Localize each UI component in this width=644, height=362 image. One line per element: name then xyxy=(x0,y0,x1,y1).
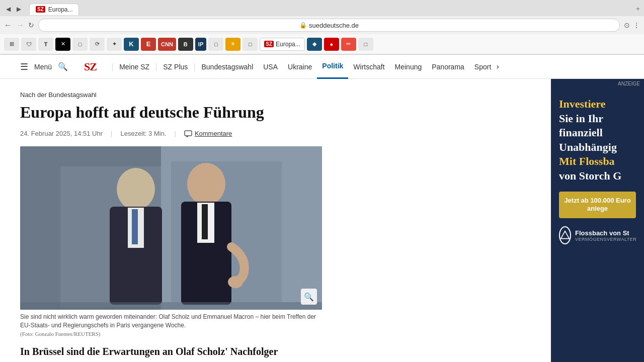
nav-link-meine-sz[interactable]: Meine SZ xyxy=(114,55,154,79)
meta-sep-1: | xyxy=(111,130,112,137)
ad-logo-svg xyxy=(560,230,570,240)
bookmark-apps[interactable]: ⊞ xyxy=(4,38,19,51)
bookmark-star[interactable]: ✦ xyxy=(107,38,122,51)
sz-logo[interactable]: SZ xyxy=(84,60,97,73)
comments-link[interactable]: Kommentare xyxy=(184,130,232,137)
sidebar-advertisement: ANZEIGE Investiere Sie in Ihr finanziell… xyxy=(551,79,644,362)
ad-line5: Mit Flossba xyxy=(559,154,636,169)
meta-sep-2: | xyxy=(175,130,176,137)
zoom-button[interactable]: 🔍 xyxy=(301,289,317,305)
security-icon: 🔒 xyxy=(299,22,307,29)
bookmark-b[interactable]: B xyxy=(178,38,193,51)
ad-company-name: Flossbach von St xyxy=(575,229,636,237)
bookmark-k[interactable]: K xyxy=(124,38,139,51)
image-caption: Sie sind nicht wirklich warm geworden mi… xyxy=(20,313,322,330)
refresh-button[interactable]: ↻ xyxy=(28,21,34,30)
nav-link-wirtschaft[interactable]: Wirtschaft xyxy=(348,55,389,79)
svg-rect-13 xyxy=(202,204,208,239)
ad-line3: finanziell xyxy=(559,126,636,140)
article-image: 🔍 xyxy=(20,146,322,310)
profile-icon[interactable]: ⊙ xyxy=(624,21,630,30)
article-kicker: Nach der Bundestagswahl xyxy=(20,91,531,99)
bookmark-refresh[interactable]: ⟳ xyxy=(90,38,105,51)
nav-link-ukraine[interactable]: Ukraine xyxy=(283,55,317,79)
article-date: 24. Februar 2025, 14:51 Uhr xyxy=(20,130,103,137)
tab-bar: ◀ ▶ SZ Europa... + xyxy=(0,0,644,16)
browser-nav-bar: ← → ↻ 🔒 sueddeutsche.de ⊙ ⋮ xyxy=(0,16,644,34)
bookmark-x[interactable]: ✕ xyxy=(55,38,70,51)
nav-link-sport[interactable]: Sport xyxy=(469,55,496,79)
nav-link-panorama[interactable]: Panorama xyxy=(427,55,469,79)
extensions-area: ⊙ ⋮ xyxy=(624,21,640,30)
article-meta: 24. Februar 2025, 14:51 Uhr | Lesezeit: … xyxy=(20,130,531,137)
ad-logo-icon xyxy=(559,226,571,244)
back-button[interactable]: ← xyxy=(4,21,12,30)
settings-icon[interactable]: ⋮ xyxy=(633,21,640,30)
bookmark-diamond[interactable]: ◆ xyxy=(307,38,322,51)
article-image-svg xyxy=(20,146,322,310)
menu-label[interactable]: Menü xyxy=(34,63,52,71)
bookmark-pen[interactable]: ✏ xyxy=(341,38,356,51)
nav-link-meinung[interactable]: Meinung xyxy=(390,55,427,79)
comments-label: Kommentare xyxy=(195,130,232,137)
image-credit: (Foto: Gonzalo Fuentes/REUTERS) xyxy=(20,331,531,337)
comment-icon xyxy=(184,130,192,137)
site-nav-left: ☰ Menü 🔍 SZ xyxy=(20,60,105,73)
search-icon[interactable]: 🔍 xyxy=(58,62,68,71)
bookmark-sun[interactable]: ☀ xyxy=(225,38,240,51)
reading-time: Lesezeit: 3 Min. xyxy=(120,130,166,137)
article-image-bg: 🔍 xyxy=(20,146,322,310)
ad-cta-button[interactable]: Jetzt ab 100.000 Euro anlege xyxy=(559,192,636,219)
svg-point-10 xyxy=(187,163,225,205)
bookmark-t[interactable]: T xyxy=(38,38,53,51)
bookmark-ip[interactable]: IP xyxy=(195,38,206,51)
svg-rect-9 xyxy=(132,209,138,244)
tab-title: Europa... xyxy=(48,6,73,13)
svg-point-14 xyxy=(228,276,243,288)
active-browser-tab[interactable]: SZ Europa... xyxy=(29,4,79,15)
ad-company-info: Flossbach von St VERMÖGENSVERWALTER xyxy=(575,229,636,242)
nav-divider-2: | xyxy=(155,62,157,71)
nav-link-sz-plus[interactable]: SZ Plus xyxy=(158,55,193,79)
bookmark-sz-active[interactable]: SZ Europa... xyxy=(260,38,304,51)
tab-nav-forward[interactable]: ▶ xyxy=(15,6,23,13)
bookmark-cnn[interactable]: CNN xyxy=(158,38,176,51)
ad-line2: Sie in Ihr xyxy=(559,112,603,125)
sz-bookmark-favicon: SZ xyxy=(264,41,274,47)
nav-more-button[interactable]: › xyxy=(496,61,499,72)
address-bar[interactable]: 🔒 sueddeutsche.de xyxy=(38,19,620,32)
bookmark-box[interactable]: □ xyxy=(72,38,88,51)
bookmark-box4[interactable]: □ xyxy=(358,38,373,51)
ad-line1: Investiere xyxy=(559,97,636,112)
main-content: Nach der Bundestagswahl Europa hofft auf… xyxy=(0,79,551,362)
bookmark-sz-label: Europa... xyxy=(276,41,300,48)
nav-link-politik[interactable]: Politik xyxy=(317,55,348,79)
ad-text: Investiere Sie in Ihr finanziell Unabhän… xyxy=(559,97,636,184)
article-headline: Europa hofft auf deutsche Führung xyxy=(20,103,312,122)
nav-divider-3: | xyxy=(194,62,195,71)
tab-nav-back[interactable]: ◀ xyxy=(4,6,13,13)
nav-link-bundestagswahl[interactable]: Bundestagswahl xyxy=(197,55,259,79)
ad-company-subtitle: VERMÖGENSVERWALTER xyxy=(575,237,636,242)
sz-tab-favicon: SZ xyxy=(36,6,45,13)
bookmark-box2[interactable]: □ xyxy=(208,38,223,51)
article-subheadline: In Brüssel sind die Erwartungen an Olaf … xyxy=(20,345,312,358)
nav-divider-1: | xyxy=(112,62,113,71)
svg-point-6 xyxy=(117,168,155,210)
new-tab-button[interactable]: + xyxy=(636,5,640,13)
svg-rect-0 xyxy=(185,131,192,136)
hamburger-menu-icon[interactable]: ☰ xyxy=(20,61,28,72)
page-body: Nach der Bundestagswahl Europa hofft auf… xyxy=(0,79,644,362)
ad-line4: Unabhängig xyxy=(559,140,636,155)
nav-link-usa[interactable]: USA xyxy=(258,55,283,79)
bookmark-e[interactable]: E xyxy=(141,38,156,51)
site-navigation: ☰ Menü 🔍 SZ | Meine SZ | SZ Plus | Bunde… xyxy=(0,55,644,79)
svg-marker-16 xyxy=(561,231,570,239)
bookmark-shield[interactable]: 🛡 xyxy=(21,38,36,51)
bookmarks-bar: ⊞ 🛡 T ✕ □ ⟳ ✦ K E CNN B IP □ ☀ □ SZ Euro… xyxy=(0,34,644,54)
bookmark-circle[interactable]: ● xyxy=(324,38,339,51)
forward-button[interactable]: → xyxy=(16,21,24,30)
url-text: sueddeutsche.de xyxy=(309,22,359,29)
browser-chrome: ◀ ▶ SZ Europa... + ← → ↻ 🔒 sueddeutsche.… xyxy=(0,0,644,55)
bookmark-box3[interactable]: □ xyxy=(243,38,258,51)
